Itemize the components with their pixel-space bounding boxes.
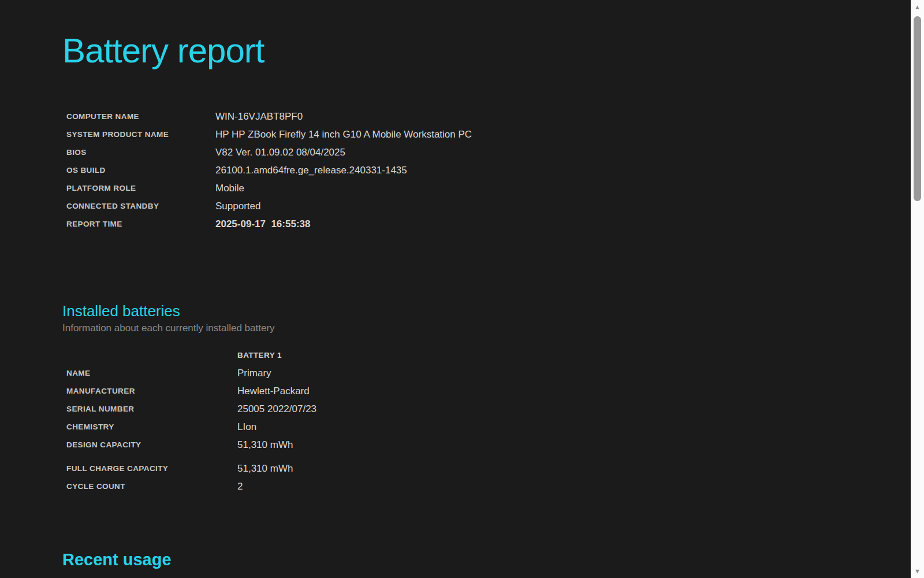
row-value: Hewlett-Packard [237, 382, 316, 400]
system-info-table: COMPUTER NAME WIN-16VJABT8PF0 SYSTEM PRO… [66, 108, 472, 233]
row-label: NAME [66, 364, 237, 382]
table-row: CONNECTED STANDBY Supported [66, 197, 472, 215]
recent-usage-heading: Recent usage [62, 550, 172, 569]
row-label: OS BUILD [66, 161, 215, 179]
row-label: SYSTEM PRODUCT NAME [66, 125, 215, 143]
row-value: V82 Ver. 01.09.02 08/04/2025 [215, 143, 472, 161]
vertical-scrollbar[interactable]: ▲ ▼ [911, 0, 924, 578]
row-value: Supported [215, 197, 472, 215]
scrollbar-thumb[interactable] [914, 16, 921, 201]
row-value: 51,310 mWh [237, 436, 316, 454]
row-label: PLATFORM ROLE [66, 179, 215, 197]
installed-batteries-heading: Installed batteries [62, 303, 180, 320]
installed-batteries-table: BATTERY 1 NAME Primary MANUFACTURER Hewl… [66, 346, 316, 495]
row-label: CYCLE COUNT [66, 477, 237, 495]
table-row: FULL CHARGE CAPACITY 51,310 mWh [66, 454, 316, 477]
table-row: PLATFORM ROLE Mobile [66, 179, 472, 197]
installed-batteries-subtitle: Information about each currently install… [62, 323, 275, 334]
table-row: SYSTEM PRODUCT NAME HP HP ZBook Firefly … [66, 125, 472, 143]
table-row: MANUFACTURER Hewlett-Packard [66, 382, 316, 400]
row-label: CHEMISTRY [66, 418, 237, 436]
row-value: 26100.1.amd64fre.ge_release.240331-1435 [215, 161, 472, 179]
table-row: REPORT TIME 2025-09-17 16:55:38 [66, 215, 472, 233]
battery-report-page: Battery report COMPUTER NAME WIN-16VJABT… [0, 0, 924, 578]
row-label [66, 346, 237, 364]
row-label: REPORT TIME [66, 215, 215, 233]
table-row: NAME Primary [66, 364, 316, 382]
row-label: CONNECTED STANDBY [66, 197, 215, 215]
table-row: CYCLE COUNT 2 [66, 477, 316, 495]
battery-column-header: BATTERY 1 [237, 346, 316, 364]
row-value: 25005 2022/07/23 [237, 400, 316, 418]
row-value: Primary [237, 364, 316, 382]
row-value: 2 [237, 477, 316, 495]
row-value: 51,310 mWh [237, 454, 316, 477]
row-label: DESIGN CAPACITY [66, 436, 237, 454]
row-label: COMPUTER NAME [66, 108, 215, 125]
scroll-down-icon[interactable]: ▼ [911, 567, 924, 575]
row-value: WIN-16VJABT8PF0 [215, 108, 472, 125]
scroll-up-icon[interactable]: ▲ [911, 3, 924, 11]
table-row: OS BUILD 26100.1.amd64fre.ge_release.240… [66, 161, 472, 179]
row-label: FULL CHARGE CAPACITY [66, 454, 237, 477]
report-time-value: 2025-09-17 16:55:38 [215, 215, 472, 233]
table-header-row: BATTERY 1 [66, 346, 316, 364]
table-row: BIOS V82 Ver. 01.09.02 08/04/2025 [66, 143, 472, 161]
row-label: MANUFACTURER [66, 382, 237, 400]
table-row: DESIGN CAPACITY 51,310 mWh [66, 436, 316, 454]
page-title: Battery report [62, 29, 264, 72]
row-value: LIon [237, 418, 316, 436]
table-row: SERIAL NUMBER 25005 2022/07/23 [66, 400, 316, 418]
row-label: SERIAL NUMBER [66, 400, 237, 418]
row-value: HP HP ZBook Firefly 14 inch G10 A Mobile… [215, 125, 472, 143]
row-label: BIOS [66, 143, 215, 161]
table-row: CHEMISTRY LIon [66, 418, 316, 436]
table-row: COMPUTER NAME WIN-16VJABT8PF0 [66, 108, 472, 125]
row-value: Mobile [215, 179, 472, 197]
